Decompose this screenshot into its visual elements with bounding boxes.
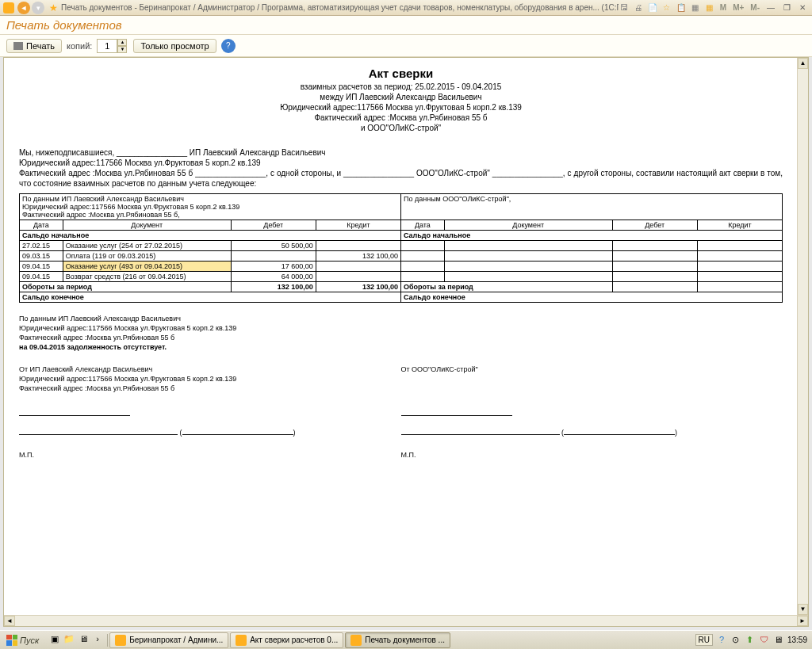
preview-button[interactable]: Только просмотр bbox=[133, 39, 216, 53]
footer-l1: По данным ИП Лаевский Александр Васильев… bbox=[19, 314, 783, 323]
scroll-right[interactable]: ► bbox=[797, 616, 808, 626]
footer-l3: Фактический адрес :Москва ул.Рябиновая 5… bbox=[19, 333, 783, 342]
spinner-up[interactable]: ▲ bbox=[117, 39, 127, 46]
ql-icon-4[interactable]: › bbox=[91, 634, 104, 647]
task-icon bbox=[236, 635, 247, 646]
print-button[interactable]: Печать bbox=[6, 39, 62, 53]
m-button[interactable]: M bbox=[718, 3, 728, 12]
act-table: По данным ИП Лаевский Александр Васильев… bbox=[19, 193, 783, 303]
print-icon bbox=[13, 42, 23, 50]
tool-icon-7[interactable]: ▦ bbox=[704, 2, 715, 13]
tray-icon-5[interactable]: 🖥 bbox=[773, 635, 784, 646]
document-scroll[interactable]: Акт сверки взаимных расчетов за период: … bbox=[5, 59, 797, 615]
task-label: Печать документов ... bbox=[365, 636, 445, 644]
minimize-button[interactable]: — bbox=[764, 2, 777, 13]
from-left-2: Юридический адрес:117566 Москва ул.Фрукт… bbox=[19, 374, 401, 384]
taskbar-task[interactable]: Акт сверки расчетов 0... bbox=[230, 632, 343, 648]
taskbar-task[interactable]: Печать документов ... bbox=[345, 632, 450, 648]
start-label: Пуск bbox=[20, 636, 39, 645]
print-label: Печать bbox=[26, 41, 55, 51]
nav-back-button[interactable]: ◄ bbox=[17, 2, 30, 14]
tool-icon-1[interactable]: 🖫 bbox=[619, 2, 630, 13]
task-label: Беринапрокат / Админи... bbox=[129, 636, 223, 644]
tray-icon-4[interactable]: 🛡 bbox=[759, 635, 770, 646]
lang-indicator[interactable]: RU bbox=[695, 634, 713, 646]
taskbar: Пуск ▣ 📁 🖥 › Беринапрокат / Админи...Акт… bbox=[0, 630, 812, 649]
app-icon bbox=[3, 2, 14, 13]
sig-line-left-top bbox=[19, 415, 130, 416]
act-sub-1: взаимных расчетов за период: 25.02.2015 … bbox=[19, 82, 783, 92]
act-sub-4: Фактический адрес :Москва ул.Рябиновая 5… bbox=[19, 113, 783, 123]
signature-from-row: От ИП Лаевский Александр Васильевич Юрид… bbox=[19, 365, 783, 393]
copies-input[interactable] bbox=[97, 39, 117, 53]
quick-launch: ▣ 📁 🖥 › bbox=[45, 634, 108, 647]
act-sub-2: между ИП Лаевский Александр Васильевич bbox=[19, 92, 783, 102]
favorite-icon[interactable]: ★ bbox=[49, 2, 58, 13]
tool-icon-5[interactable]: 📋 bbox=[676, 2, 687, 13]
sig-line-right-paren bbox=[564, 434, 675, 435]
act-title: Акт сверки bbox=[19, 67, 783, 80]
sig-line-right-name bbox=[401, 434, 560, 435]
tool-icon-6[interactable]: ▦ bbox=[690, 2, 701, 13]
tool-icon-4[interactable]: ☆ bbox=[661, 2, 672, 13]
table-row[interactable]: 27.02.15Оказание услуг (254 от 27.02.201… bbox=[20, 241, 783, 251]
sig-line-right-top bbox=[401, 415, 512, 416]
m-minus-button[interactable]: M- bbox=[749, 3, 761, 12]
from-left-1: От ИП Лаевский Александр Васильевич bbox=[19, 365, 401, 374]
document-content: Акт сверки взаимных расчетов за период: … bbox=[5, 59, 797, 468]
footer-info: По данным ИП Лаевский Александр Васильев… bbox=[19, 314, 783, 352]
signature-lines-row: () () bbox=[19, 409, 783, 437]
tray-icon-1[interactable]: ? bbox=[716, 635, 727, 646]
scroll-up[interactable]: ▲ bbox=[798, 58, 808, 69]
footer-l2: Юридический адрес:117566 Москва ул.Фрукт… bbox=[19, 323, 783, 333]
help-button[interactable]: ? bbox=[221, 39, 236, 53]
m-plus-button[interactable]: M+ bbox=[731, 3, 745, 12]
nav-forward-button[interactable]: ▾ bbox=[32, 2, 44, 14]
spinner-down[interactable]: ▼ bbox=[117, 46, 127, 53]
sig-line-left-paren bbox=[182, 434, 293, 435]
close-button[interactable]: ✕ bbox=[796, 2, 809, 13]
mp-left: М.П. bbox=[19, 450, 401, 460]
window-title: Печать документов - Беринапрокат / Админ… bbox=[61, 3, 619, 12]
table-row[interactable]: 09.03.15Оплата (119 от 09.03.2015)132 10… bbox=[20, 251, 783, 262]
copies-spinner[interactable]: ▲ ▼ bbox=[97, 39, 128, 53]
taskbar-task[interactable]: Беринапрокат / Админи... bbox=[109, 632, 228, 648]
tray-icon-3[interactable]: ⬆ bbox=[745, 635, 756, 646]
document-area: Акт сверки взаимных расчетов за период: … bbox=[3, 57, 809, 627]
titlebar: ◄ ▾ ★ Печать документов - Беринапрокат /… bbox=[0, 0, 812, 16]
mp-row: М.П. М.П. bbox=[19, 450, 783, 460]
ql-icon-1[interactable]: ▣ bbox=[48, 634, 61, 647]
task-label: Акт сверки расчетов 0... bbox=[250, 636, 338, 644]
clock[interactable]: 13:59 bbox=[787, 636, 807, 644]
page-title: Печать документов bbox=[6, 18, 122, 32]
from-left-3: Фактический адрес :Москва ул.Рябиновая 5… bbox=[19, 384, 401, 393]
preamble: Мы, нижеподписавшиеся, ________________ … bbox=[19, 147, 783, 189]
from-right: От ООО"ОЛиКС-строй" bbox=[401, 365, 783, 374]
start-button[interactable]: Пуск bbox=[2, 633, 44, 647]
doc-header: Печать документов bbox=[0, 16, 812, 35]
scrollbar-horizontal[interactable]: ◄ ► bbox=[4, 615, 808, 626]
tool-icon-3[interactable]: 📄 bbox=[647, 2, 658, 13]
maximize-button[interactable]: ❐ bbox=[780, 2, 793, 13]
ql-icon-2[interactable]: 📁 bbox=[63, 634, 75, 647]
sig-line-left-name bbox=[19, 434, 178, 435]
footer-l4: на 09.04.2015 задолженность отсутствует. bbox=[19, 342, 783, 352]
task-icon bbox=[115, 635, 126, 646]
preview-label: Только просмотр bbox=[140, 41, 209, 51]
windows-icon bbox=[6, 635, 17, 646]
copies-label: копий: bbox=[67, 41, 92, 51]
mp-right: М.П. bbox=[401, 450, 783, 460]
act-sub-3: Юридический адрес:117566 Москва ул.Фрукт… bbox=[19, 102, 783, 113]
scroll-down[interactable]: ▼ bbox=[798, 604, 808, 615]
toolbar: Печать копий: ▲ ▼ Только просмотр ? bbox=[0, 35, 812, 57]
table-row[interactable]: 09.04.15Возврат средств (216 от 09.04.20… bbox=[20, 272, 783, 282]
system-tray: RU ? ⊙ ⬆ 🛡 🖥 13:59 bbox=[692, 634, 810, 646]
scrollbar-vertical[interactable]: ▲ ▼ bbox=[797, 58, 808, 615]
ql-icon-3[interactable]: 🖥 bbox=[77, 634, 90, 647]
act-sub-5: и ООО"ОЛиКС-строй" bbox=[19, 123, 783, 133]
tray-icon-2[interactable]: ⊙ bbox=[730, 635, 741, 646]
scroll-left[interactable]: ◄ bbox=[4, 616, 15, 626]
tool-icon-2[interactable]: 🖨 bbox=[633, 2, 644, 13]
table-row[interactable]: 09.04.15Оказание услуг (493 от 09.04.201… bbox=[20, 262, 783, 272]
task-icon bbox=[350, 635, 362, 646]
